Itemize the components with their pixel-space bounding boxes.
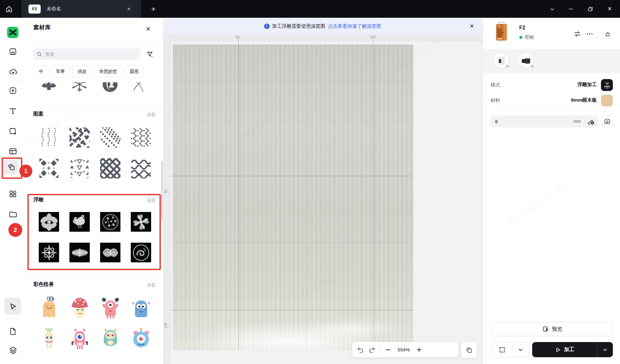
thickness-input-box[interactable]: mm	[491, 115, 598, 127]
monster-thumb[interactable]	[100, 326, 120, 349]
zoom-in-button[interactable]	[416, 347, 422, 353]
redo-button[interactable]	[368, 346, 376, 353]
tag-chip[interactable]: 圆形	[125, 66, 144, 77]
new-tab-button[interactable]: +	[147, 0, 160, 18]
divider	[26, 359, 163, 359]
layers-button[interactable]	[8, 346, 17, 355]
pattern-thumb[interactable]	[131, 158, 151, 178]
section-all-link-patterns[interactable]: 全部	[147, 112, 156, 118]
monster-thumb[interactable]	[69, 326, 90, 349]
thickness-unit: mm	[574, 119, 581, 124]
monster-thumb[interactable]	[131, 295, 151, 318]
banner-close-button[interactable]: ✕	[468, 22, 476, 30]
pattern-thumb[interactable]	[100, 158, 120, 178]
panel-title: 素材库	[33, 24, 51, 31]
clipart-thumb[interactable]	[39, 82, 59, 95]
process-dropdown-button[interactable]	[597, 342, 613, 357]
cutoff-thumb-row	[39, 82, 151, 95]
window-restore-button[interactable]	[583, 0, 597, 18]
info-icon: !	[264, 24, 270, 29]
banner-link[interactable]: 点击查看快速了解深度图	[328, 23, 381, 29]
shape-tool-button[interactable]	[8, 127, 17, 136]
engrave-mode-icon	[604, 82, 611, 89]
select-tool-button[interactable]	[8, 302, 17, 311]
mode-picker-button[interactable]	[601, 79, 613, 91]
divider	[26, 275, 163, 276]
folder-button[interactable]	[8, 210, 17, 219]
tag-chip[interactable]: 俏皮	[72, 66, 92, 77]
pattern-thumb[interactable]	[69, 158, 90, 178]
process-button[interactable]: 加工	[532, 342, 597, 357]
clipart-thumb[interactable]	[131, 82, 151, 95]
frame-button[interactable]	[492, 342, 512, 357]
clipart-thumb[interactable]	[100, 82, 120, 95]
section-all-link-monsters[interactable]: 全部	[147, 282, 156, 288]
tag-chip[interactable]: 奇思妙想	[94, 66, 122, 77]
canvas-area[interactable]: 50 100 50 100 ! 加工浮雕需要使用深度图 点击查看快速了解深度图 …	[163, 18, 483, 364]
close-icon: ✕	[607, 5, 612, 12]
module-thumb-device[interactable]	[494, 53, 509, 68]
tab-close-icon[interactable]: ✕	[124, 0, 134, 18]
home-button[interactable]	[0, 0, 18, 18]
ruler-horizontal: 50 100	[163, 34, 483, 41]
module-thumb-camera[interactable]	[519, 53, 533, 68]
zoom-level[interactable]: 554%	[396, 347, 411, 352]
minimize-icon	[568, 6, 574, 12]
divider	[491, 111, 613, 112]
pattern-thumb[interactable]	[131, 127, 151, 148]
document-button[interactable]	[8, 327, 17, 336]
more-options-button[interactable]	[586, 30, 594, 38]
zoom-out-button[interactable]	[385, 347, 391, 353]
document-tab[interactable]: F2 未命名 ✕	[21, 0, 141, 18]
ruler-label: 50	[164, 189, 168, 193]
pattern-row-1	[39, 127, 151, 148]
material-label: 材料	[491, 97, 500, 104]
duplicate-button[interactable]	[461, 342, 477, 358]
xtool-logo[interactable]	[7, 27, 18, 38]
tag-chip[interactable]: 军事	[51, 66, 70, 77]
depth-map-banner: ! 加工浮雕需要使用深度图 点击查看快速了解深度图 ✕	[163, 18, 482, 34]
pattern-thumb[interactable]	[69, 127, 90, 148]
pattern-thumb[interactable]	[39, 127, 59, 148]
pattern-thumb[interactable]	[100, 127, 120, 148]
pattern-row-2	[39, 158, 151, 178]
ruler-label: 100	[164, 323, 168, 329]
undo-button[interactable]	[357, 346, 364, 353]
panel-close-button[interactable]: ✕	[144, 25, 152, 33]
camera-refresh-button[interactable]	[602, 115, 613, 127]
cloud-upload-icon[interactable]	[8, 67, 17, 76]
panel-scrollbar[interactable]	[161, 161, 163, 219]
window-minimize-button[interactable]	[564, 0, 578, 18]
window-menu-button[interactable]	[545, 0, 559, 18]
new-canvas-button[interactable]	[8, 86, 17, 95]
filter-icon	[146, 51, 153, 58]
tag-chip-row: 牛 军事 俏皮 奇思妙想 圆形	[34, 66, 144, 77]
tag-chip[interactable]: 牛	[34, 66, 48, 77]
measure-icon[interactable]	[588, 118, 594, 125]
preview-button[interactable]: 预览	[492, 322, 613, 336]
monster-thumb[interactable]	[39, 295, 59, 318]
monster-thumb[interactable]	[69, 295, 90, 318]
monster-thumb[interactable]	[131, 326, 151, 349]
banner-text: 加工浮雕需要使用深度图	[272, 23, 326, 29]
material-swatch[interactable]	[601, 95, 613, 106]
monster-thumb[interactable]	[100, 295, 120, 318]
search-box[interactable]	[33, 48, 140, 60]
search-input[interactable]	[45, 51, 137, 57]
layout-tool-button[interactable]	[8, 147, 17, 156]
section-title-monsters: 彩色怪兽	[33, 281, 54, 288]
pattern-thumb[interactable]	[39, 158, 59, 178]
filter-button[interactable]	[146, 50, 154, 58]
save-button[interactable]	[8, 47, 17, 56]
monster-thumb[interactable]	[39, 326, 59, 349]
device-image	[495, 22, 509, 42]
frame-dropdown-button[interactable]	[512, 342, 529, 357]
switch-device-button[interactable]	[574, 30, 581, 38]
collapse-panel-button[interactable]	[604, 30, 612, 38]
text-tool-button[interactable]	[8, 106, 17, 116]
clipart-thumb[interactable]	[69, 82, 90, 95]
apps-button[interactable]	[8, 189, 17, 198]
copy-icon	[466, 347, 473, 354]
thickness-input[interactable]	[494, 118, 544, 125]
window-close-button[interactable]: ✕	[603, 0, 617, 18]
